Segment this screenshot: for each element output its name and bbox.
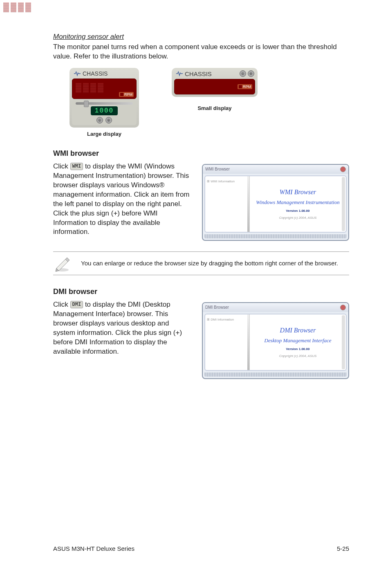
wmi-main-panel: WMI Browser Windows Management Instrumen… [250, 176, 346, 232]
close-icon[interactable]: ⊗ [248, 70, 254, 77]
wmi-copyright: Copyright (c) 2004, ASUS [279, 216, 317, 220]
note-block: You can enlarge or reduce the browser si… [53, 251, 349, 275]
note-text: You can enlarge or reduce the browser si… [81, 259, 338, 267]
close-icon[interactable]: ⊗ [105, 117, 112, 123]
chassis-small-label: CHASSIS [185, 70, 212, 77]
footer-right: 5-25 [337, 545, 349, 552]
wmi-heading: WMI browser [53, 149, 349, 158]
dmi-heading: DMI browser [53, 287, 349, 296]
footer-left: ASUS M3N-HT Deluxe Series [53, 545, 134, 552]
pulse-icon [74, 71, 81, 76]
monitoring-alert-title: Monitoring sensor alert [53, 33, 349, 41]
dmi-copyright: Copyright (c) 2004, ASUS [279, 354, 317, 358]
resize-grip[interactable] [204, 234, 347, 238]
dmi-main-panel: DMI Browser Desktop Management Interface… [250, 314, 346, 370]
wmi-browser-window: WMI Browser ⊞ WMI Information WMI Browse… [202, 164, 349, 241]
dmi-version: Version 1.00.00 [286, 347, 310, 351]
wmi-body: Click WMI to display the WMI (Windows Ma… [53, 162, 190, 237]
settings-icon[interactable]: ⊜ [240, 70, 246, 77]
large-display-caption: Large display [87, 131, 121, 137]
dmi-panel-subtitle: Desktop Management Interface [264, 337, 332, 344]
display-comparison: CHASSIS RPM 1000 ⊜ ⊗ Lar [69, 68, 349, 137]
wmi-button[interactable]: WMI [70, 163, 83, 170]
page-footer: ASUS M3N-HT Deluxe Series 5-25 [53, 545, 349, 552]
close-icon[interactable] [340, 305, 346, 310]
rpm-badge: RPM [119, 92, 134, 97]
dmi-browser-window: DMI Browser ⊞ DMI Information DMI Browse… [202, 302, 349, 379]
threshold-value: 1000 [91, 106, 118, 115]
dmi-body: Click DMI to display the DMI (Desktop Ma… [53, 300, 190, 357]
monitoring-alert-body: The monitor panel turns red when a compo… [53, 43, 349, 61]
wmi-panel-title: WMI Browser [280, 189, 316, 196]
dmi-panel-title: DMI Browser [280, 327, 316, 334]
pulse-icon [176, 71, 183, 76]
small-display-caption: Small display [197, 105, 231, 111]
resize-grip[interactable] [204, 373, 347, 377]
wmi-tree[interactable]: ⊞ WMI Information [205, 176, 250, 232]
chassis-large-widget: CHASSIS RPM 1000 ⊜ ⊗ [69, 68, 139, 128]
wmi-panel-subtitle: Windows Management Instrumentation [256, 199, 339, 206]
dmi-button[interactable]: DMI [70, 301, 83, 308]
threshold-slider[interactable] [76, 102, 133, 105]
note-icon [53, 254, 71, 272]
close-icon[interactable] [340, 166, 346, 172]
small-lcd: RPM [174, 79, 255, 94]
wmi-window-title: WMI Browser [205, 167, 230, 171]
dmi-window-title: DMI Browser [205, 305, 229, 310]
rpm-badge: RPM [238, 84, 252, 89]
chassis-large-label: CHASSIS [83, 70, 108, 77]
wmi-version: Version 1.00.00 [286, 209, 310, 213]
large-lcd: RPM [72, 79, 137, 99]
chassis-small-widget: CHASSIS ⊜ ⊗ RPM [172, 68, 258, 97]
dmi-tree[interactable]: ⊞ DMI Information [205, 314, 250, 370]
settings-icon[interactable]: ⊜ [96, 117, 103, 123]
